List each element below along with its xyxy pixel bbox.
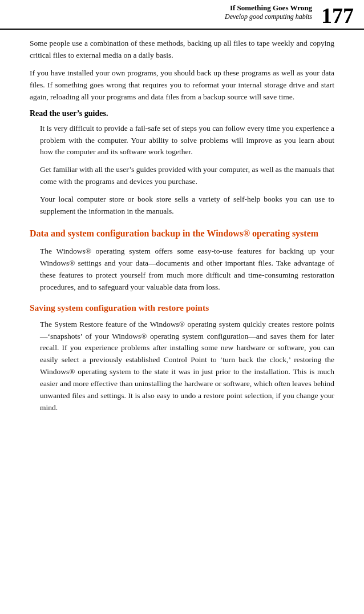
section3-paragraph-1: The System Restore feature of the Window… [40,319,334,414]
header-title: If Something Goes Wrong [225,3,312,13]
section-heading-2: Data and system configuration backup in … [30,227,334,240]
section1-paragraph-1: It is very difficult to provide a fail-s… [40,123,334,159]
section1-content: It is very difficult to provide a fail-s… [30,123,334,218]
section1-paragraph-3: Your local computer store or book store … [40,194,334,218]
section3-content: The System Restore feature of the Window… [30,319,334,414]
paragraph-1: Some people use a combination of these m… [30,38,334,62]
page-header: If Something Goes Wrong Develop good com… [0,0,364,30]
main-content: Some people use a combination of these m… [0,30,364,428]
paragraph-2: If you have installed your own programs,… [30,67,334,103]
header-text: If Something Goes Wrong Develop good com… [225,3,312,21]
section-heading-1: Read the user’s guides. [30,109,334,118]
page-number: 177 [321,3,354,26]
section2-paragraph-1: The Windows® operating system offers som… [40,246,334,294]
section2-content: The Windows® operating system offers som… [30,246,334,294]
header-subtitle: Develop good computing habits [225,13,312,21]
section-heading-3: Saving system configuration with restore… [30,302,334,314]
section1-paragraph-2: Get familiar with all the user’s guides … [40,164,334,188]
